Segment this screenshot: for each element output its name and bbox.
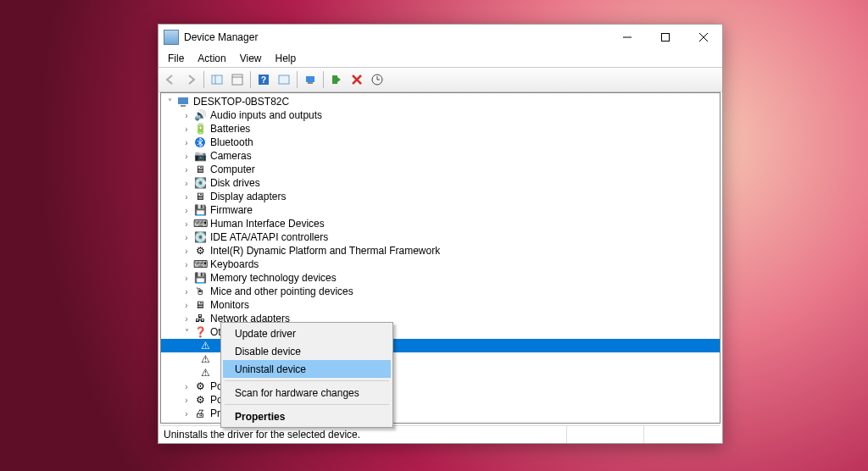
- svg-rect-13: [332, 75, 337, 84]
- expand-icon[interactable]: ›: [181, 124, 192, 134]
- svg-text:?: ?: [261, 75, 266, 85]
- svg-rect-12: [308, 82, 313, 84]
- expand-icon[interactable]: ›: [181, 422, 192, 423]
- forward-button[interactable]: [181, 69, 201, 90]
- warning-icon: ⚠: [198, 366, 212, 380]
- monitor-icon: 🖥: [193, 163, 207, 176]
- ide-icon: 💽: [193, 230, 207, 244]
- svg-rect-6: [232, 75, 242, 85]
- status-bar: Uninstalls the driver for the selected d…: [160, 425, 721, 443]
- tree-root-label: DESKTOP-0BST82C: [193, 96, 289, 108]
- tree-item-disk-drives[interactable]: ›💽Disk drives: [161, 176, 720, 190]
- tree-item-cameras[interactable]: ›📷Cameras: [161, 149, 720, 163]
- ctx-scan-hardware[interactable]: Scan for hardware changes: [223, 384, 391, 402]
- menu-action[interactable]: Action: [192, 52, 231, 65]
- svg-line-2: [699, 33, 708, 42]
- collapse-icon[interactable]: ˅: [164, 97, 175, 107]
- enable-device-button[interactable]: [326, 69, 347, 90]
- show-hidden-button[interactable]: [274, 69, 294, 90]
- chipset-icon: ⚙: [193, 244, 207, 258]
- hid-icon: ⌨: [193, 217, 207, 230]
- tree-item-memory-tech[interactable]: ›💾Memory technology devices: [161, 271, 720, 285]
- ctx-separator: [225, 380, 389, 381]
- menu-view[interactable]: View: [234, 52, 268, 65]
- tree-item-hid[interactable]: ›⌨Human Interface Devices: [161, 217, 720, 230]
- port-icon: ⚙: [193, 393, 207, 407]
- status-text: Uninstalls the driver for the selected d…: [164, 429, 566, 441]
- ctx-disable-device[interactable]: Disable device: [223, 342, 391, 360]
- firmware-icon: 💾: [193, 203, 207, 217]
- ctx-uninstall-device[interactable]: Uninstall device: [223, 360, 391, 378]
- expand-icon[interactable]: ›: [181, 259, 192, 269]
- memory-icon: 💾: [193, 271, 207, 285]
- keyboard-icon: ⌨: [193, 258, 207, 271]
- tree-item-mice[interactable]: ›🖱Mice and other pointing devices: [161, 285, 720, 298]
- window-title: Device Manager: [184, 31, 608, 43]
- ctx-update-driver[interactable]: Update driver: [223, 324, 391, 342]
- computer-icon: [176, 95, 190, 108]
- tree-item-bluetooth[interactable]: ›Bluetooth: [161, 136, 720, 149]
- expand-icon[interactable]: ›: [181, 164, 192, 175]
- expand-icon[interactable]: ›: [181, 137, 192, 147]
- expand-icon[interactable]: ›: [181, 232, 192, 242]
- menu-help[interactable]: Help: [270, 52, 303, 65]
- svg-rect-4: [212, 75, 222, 84]
- back-button[interactable]: [160, 69, 181, 90]
- expand-icon[interactable]: ›: [181, 313, 192, 324]
- bluetooth-icon: [193, 136, 207, 149]
- expand-icon[interactable]: ›: [181, 205, 192, 215]
- other-devices-icon: ❓: [193, 325, 207, 339]
- expand-icon[interactable]: ›: [181, 151, 192, 161]
- tree-item-ide[interactable]: ›💽IDE ATA/ATAPI controllers: [161, 230, 720, 244]
- collapse-icon[interactable]: ˅: [181, 327, 192, 337]
- printer-icon: 🖨: [193, 407, 207, 420]
- show-hide-tree-button[interactable]: [207, 69, 227, 90]
- expand-icon[interactable]: ›: [181, 178, 192, 188]
- expand-icon[interactable]: ›: [181, 408, 192, 418]
- tree-item-computer[interactable]: ›🖥Computer: [161, 163, 720, 176]
- network-icon: 🖧: [193, 312, 207, 325]
- tree-item-intel-dptf[interactable]: ›⚙Intel(R) Dynamic Platform and Thermal …: [161, 244, 720, 258]
- scan-hardware-button[interactable]: [300, 69, 320, 90]
- port-icon: ⚙: [193, 380, 207, 393]
- warning-icon: ⚠: [198, 352, 212, 366]
- status-cell: [643, 426, 721, 443]
- menu-file[interactable]: File: [162, 52, 190, 65]
- title-bar[interactable]: Device Manager: [159, 25, 722, 50]
- battery-icon: 🔋: [193, 122, 207, 136]
- processor-icon: ⚙: [193, 420, 207, 423]
- tree-item-firmware[interactable]: ›💾Firmware: [161, 203, 720, 217]
- display-icon: 🖥: [193, 190, 207, 203]
- expand-icon[interactable]: ›: [181, 381, 192, 391]
- update-driver-button[interactable]: [367, 69, 387, 90]
- expand-icon[interactable]: ›: [181, 191, 192, 202]
- expand-icon[interactable]: ›: [181, 110, 192, 120]
- tree-item-batteries[interactable]: ›🔋Batteries: [161, 122, 720, 136]
- help-button[interactable]: ?: [253, 69, 274, 90]
- expand-icon[interactable]: ›: [181, 395, 192, 405]
- app-icon: [164, 30, 179, 45]
- mouse-icon: 🖱: [193, 285, 207, 298]
- expand-icon[interactable]: ›: [181, 286, 192, 296]
- expand-icon[interactable]: ›: [181, 219, 192, 229]
- tree-item-audio[interactable]: ›🔊Audio inputs and outputs: [161, 108, 720, 122]
- audio-icon: 🔊: [193, 108, 207, 122]
- expand-icon[interactable]: ›: [181, 300, 192, 310]
- tree-item-monitors[interactable]: ›🖥Monitors: [161, 298, 720, 312]
- tree-root[interactable]: ˅ DESKTOP-0BST82C: [161, 95, 720, 108]
- menu-bar: File Action View Help: [159, 50, 722, 67]
- minimize-button[interactable]: [608, 25, 646, 50]
- tree-item-keyboards[interactable]: ›⌨Keyboards: [161, 258, 720, 271]
- maximize-button[interactable]: [646, 25, 684, 50]
- ctx-separator: [225, 404, 389, 405]
- close-button[interactable]: [684, 25, 722, 50]
- tree-item-display-adapters[interactable]: ›🖥Display adapters: [161, 190, 720, 203]
- warning-icon: ⚠: [198, 339, 212, 352]
- uninstall-device-button[interactable]: [347, 69, 367, 90]
- expand-icon[interactable]: ›: [181, 273, 192, 283]
- status-cell: [566, 426, 643, 443]
- expand-icon[interactable]: ›: [181, 246, 192, 256]
- ctx-properties[interactable]: Properties: [223, 407, 391, 425]
- properties-button[interactable]: [227, 69, 248, 90]
- camera-icon: 📷: [193, 149, 207, 163]
